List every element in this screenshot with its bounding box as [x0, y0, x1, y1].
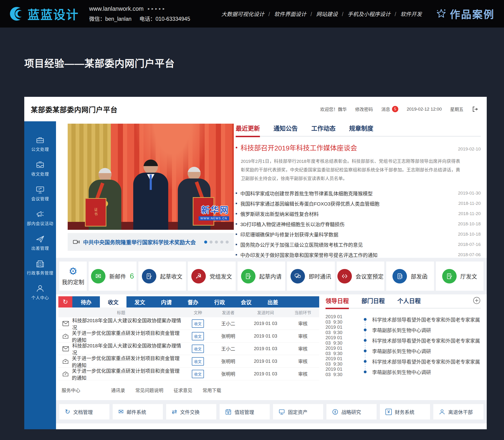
- tab-work-news[interactable]: 工作动态: [311, 124, 336, 132]
- news-item: 印尼珊瑚礁保护与修复计划获得大量科学数据 2018-10-18: [236, 229, 481, 239]
- carousel-dot[interactable]: [215, 241, 218, 244]
- quick-action-meeting-room[interactable]: 会议室预定: [337, 261, 385, 291]
- carousel-dot[interactable]: [204, 241, 207, 244]
- gear-icon: ⚙: [69, 266, 77, 276]
- tab-leader-schedule[interactable]: 领导日程: [325, 296, 349, 305]
- link-feedback[interactable]: 征求意见: [174, 387, 192, 394]
- tab-personal-schedule[interactable]: 个人日程: [397, 296, 421, 305]
- tab-department-schedule[interactable]: 部门日程: [362, 296, 385, 305]
- table-row[interactable]: 科技部2018年全国人大建议和全国政协提案办理情况 收文 王小二 2019 01…: [58, 343, 319, 355]
- sidebar-item-document-processing[interactable]: 公文处理: [24, 131, 56, 156]
- quick-action-ministry-letter[interactable]: 部发函: [386, 261, 434, 291]
- table-row[interactable]: 关于进一步优化国家重点研发计划项目和资金管理的通知 收文 张明明 2019 01…: [58, 330, 319, 343]
- portal-title: 某部委某部委内网门户平台: [31, 104, 118, 114]
- logo[interactable]: 蓝蓝设计: [9, 5, 79, 23]
- tab-administration[interactable]: 行政: [206, 296, 233, 307]
- arrows-decoration: ►►►►►: [147, 7, 166, 11]
- logout-button[interactable]: [472, 106, 478, 112]
- logout-icon: [472, 106, 478, 112]
- tab-supervision[interactable]: 督办: [180, 296, 206, 307]
- quick-action-draft-internal[interactable]: 起草内请: [238, 261, 285, 291]
- carousel-dot[interactable]: [226, 241, 229, 244]
- messages-link[interactable]: 消息 5: [381, 106, 398, 112]
- bullet-icon: [236, 234, 237, 235]
- doc-pen-icon: [142, 269, 156, 283]
- carousel-photo[interactable]: 证书 证书 新华网: [68, 124, 234, 230]
- party-emblem-icon: ☭: [191, 269, 206, 283]
- sidebar-item-admin-affairs[interactable]: 行政事务管理: [24, 255, 56, 279]
- plane-icon: [35, 234, 45, 244]
- tab-business-trips[interactable]: 出差: [259, 296, 286, 307]
- photo-figure-center: [133, 160, 168, 230]
- sidebar: 公文处理 收文处理 会议管理: [24, 121, 56, 429]
- table-row[interactable]: 关于进一步优化国家重点研发计划项目和资金管理的通知 收文 张明明 2019 01…: [58, 355, 319, 368]
- app-document-management[interactable]: ↻ 文档管理: [59, 404, 110, 419]
- schedule-tabs: 领导日程 部门日程 个人日程: [325, 296, 481, 308]
- envelope-icon: [63, 346, 69, 351]
- app-file-exchange[interactable]: ⇄ 文件交换: [166, 404, 216, 419]
- link-contacts[interactable]: 通讯录: [111, 387, 125, 394]
- sidebar-item-business-trip[interactable]: 出差管理: [24, 230, 56, 255]
- carousel-caption[interactable]: 中共中央国务院隆重举行国家科学技术奖励大会: [83, 238, 196, 246]
- messages-badge: 5: [392, 106, 398, 112]
- tab-outgoing[interactable]: 发文: [126, 296, 153, 307]
- logo-icon: [9, 6, 24, 21]
- tab-todo[interactable]: 待办: [72, 296, 100, 307]
- briefcase-icon: [35, 135, 45, 145]
- yen-icon: ¥: [385, 409, 392, 415]
- timeline-dot-icon: [364, 371, 366, 373]
- app-fixed-assets[interactable]: 固定资产: [273, 404, 323, 419]
- news-list: 中国科学家成功创建世界首批生物节律紊乱体细胞克隆猴模型 2019-01-30 我…: [236, 188, 481, 260]
- tab-notices[interactable]: 通知公告: [273, 124, 298, 132]
- carousel-dot[interactable]: [210, 241, 212, 244]
- sidebar-item-internal-meetings[interactable]: 部内会议活动: [24, 205, 56, 230]
- app-strategy-research[interactable]: 战略研究: [326, 404, 377, 419]
- quick-actions-row: ⚙ 我的定制 ✉ 新邮件 6 起草收文 ☭ 党组发文: [59, 261, 483, 291]
- tab-meetings[interactable]: 会议: [233, 296, 259, 307]
- carousel-caption-bar: 中共中央国务院隆重举行国家科学技术奖励大会: [68, 233, 234, 251]
- schedule-item: 2019 01 03 9:30 李萌副部长到生物中心调研: [325, 367, 481, 377]
- featured-news-title[interactable]: 科技部召开2019年科技工作媒体座谈会: [240, 143, 357, 152]
- tab-internal-request[interactable]: 内请: [153, 296, 180, 307]
- site-url: www.lanlanwork.com ►►►►►: [89, 5, 190, 12]
- link-downloads[interactable]: 常用下载: [203, 387, 221, 394]
- person-icon: [35, 283, 45, 294]
- portal-topbar: 欢迎您！魏华 修改密码 消息 5 2019-02-12 12:00 星期五: [320, 106, 478, 112]
- table-row[interactable]: 关于进一步优化国家重点研发计划项目和资金管理的通知 收文 张明明 2019 01…: [58, 368, 319, 380]
- link-faq[interactable]: 常见问题说明: [135, 387, 163, 394]
- welcome-text: 欢迎您！魏华: [320, 106, 347, 112]
- envelope-icon: ✉: [118, 409, 124, 415]
- monitor-icon: [279, 409, 285, 415]
- tab-regulations[interactable]: 规章制度: [349, 124, 373, 132]
- schedule-list: 2019 01 03 9:30 科学技术部领导看望外国老专家和外国老专家家属 2…: [325, 314, 481, 377]
- schedule-item: 2019 01 03 9:30 科学技术部领导看望外国老专家和外国老专家家属: [325, 356, 481, 367]
- tab-incoming[interactable]: 收文: [100, 296, 126, 307]
- table-row[interactable]: 科技部2018年全国人大建议和全国政协提案办理情况 收文 王小二 2019 01…: [58, 317, 319, 330]
- phone-text: 电话：010-63334945: [140, 14, 190, 22]
- app-retired-cadres[interactable]: 离退休干部: [433, 404, 483, 419]
- person-icon: [439, 409, 445, 415]
- portfolio-link[interactable]: 作品案例: [436, 6, 495, 21]
- quick-action-instant-messaging[interactable]: 即时通讯: [287, 261, 335, 291]
- sync-icon: ↻: [65, 409, 70, 415]
- add-schedule-button[interactable]: [473, 297, 481, 304]
- app-finance-system[interactable]: ¥ 财务系统: [380, 404, 430, 419]
- service-center-label[interactable]: 服务中心: [62, 387, 80, 394]
- app-duty-management[interactable]: 值班管理: [220, 404, 270, 419]
- quick-action-my-customization[interactable]: ⚙ 我的定制: [59, 261, 87, 291]
- presentation-icon: [35, 185, 45, 195]
- sidebar-item-incoming-docs[interactable]: 收文处理: [24, 156, 56, 180]
- change-password-link[interactable]: 修改密码: [355, 106, 373, 112]
- photo-figure-left: 证书: [89, 168, 121, 230]
- quick-action-draft-incoming[interactable]: 起草收文: [138, 261, 186, 291]
- footer-apps-strip: ↻ 文档管理 ✉ 邮件系统 ⇄ 文件交换 值班管理: [56, 400, 487, 424]
- carousel-dots: [204, 241, 229, 244]
- quick-action-party-docs[interactable]: ☭ 党组发文: [188, 261, 236, 291]
- carousel-dot[interactable]: [220, 241, 223, 244]
- sidebar-item-personal-center[interactable]: 个人中心: [24, 279, 56, 304]
- app-mail-system[interactable]: ✉ 邮件系统: [113, 404, 163, 419]
- quick-action-office-docs[interactable]: 厅发文: [436, 261, 484, 291]
- tab-recent-updates[interactable]: 最近更新: [236, 124, 260, 132]
- sidebar-item-meeting-management[interactable]: 会议管理: [24, 180, 56, 205]
- quick-action-new-mail[interactable]: ✉ 新邮件 6: [89, 261, 137, 291]
